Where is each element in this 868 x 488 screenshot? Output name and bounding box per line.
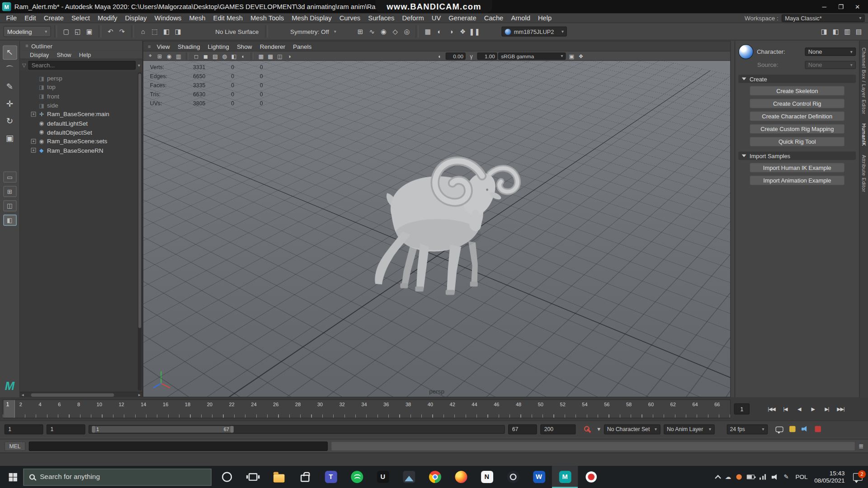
menu-item[interactable]: Modify	[94, 14, 121, 22]
go-to-start-button[interactable]: |◀◀	[765, 403, 778, 415]
volume-icon[interactable]	[772, 474, 779, 480]
language-indicator[interactable]: POL	[794, 474, 809, 480]
pen-icon[interactable]: ✎	[784, 474, 789, 481]
expand-toggle-icon[interactable]: +	[31, 139, 36, 144]
outliner-item[interactable]: + ◨ persp	[20, 74, 142, 83]
scroll-right-icon[interactable]: ▸	[137, 392, 142, 397]
pause-icon[interactable]: ❚❚	[468, 26, 480, 38]
timeline-ruler[interactable]: 2468101214161820222426283032343638404244…	[2, 399, 731, 418]
menu-item[interactable]: UV	[428, 14, 445, 22]
xray-icon[interactable]: ▩	[266, 52, 275, 60]
rotate-tool-icon[interactable]: ↻	[3, 114, 17, 128]
humanik-create-button[interactable]: Create Character Definition	[750, 111, 845, 121]
undo-icon[interactable]: ↶	[104, 26, 116, 38]
task-view-icon[interactable]	[240, 466, 266, 488]
open-scene-icon[interactable]: ◱	[72, 26, 84, 38]
play-forward-button[interactable]: ▶	[807, 403, 819, 415]
create-section-header[interactable]: Create	[738, 75, 856, 83]
unity-icon[interactable]: U	[370, 466, 396, 488]
animation-start-field[interactable]: 1	[5, 424, 43, 434]
playback-help-bubble-icon[interactable]	[775, 426, 783, 432]
teams-icon[interactable]: T	[318, 466, 344, 488]
step-forward-frame-button[interactable]: ▶|	[821, 403, 833, 415]
playback-end-field[interactable]: 67	[508, 424, 537, 434]
tab-attribute-editor[interactable]: Attribute Editor	[861, 155, 867, 192]
menu-item[interactable]: Edit Mesh	[209, 14, 246, 22]
outliner-item[interactable]: + ◉ Ram_BaseScene:sets	[20, 137, 142, 146]
select-by-hierarchy-icon[interactable]: ⌂	[137, 26, 149, 38]
search-input[interactable]	[40, 473, 184, 481]
microsoft-store-icon[interactable]	[292, 466, 318, 488]
wireframe-mode-icon[interactable]: ◻	[192, 52, 201, 60]
outliner-vertical-scrollbar[interactable]	[138, 72, 142, 390]
exposure-field[interactable]: 0.00	[446, 52, 466, 60]
notion-icon[interactable]: N	[474, 466, 500, 488]
viewport-menu-item[interactable]: Shading	[174, 43, 204, 50]
character-dropdown[interactable]: None▾	[805, 47, 856, 56]
channel-box-toggle-icon[interactable]: ◨	[818, 26, 830, 38]
anti-alias-icon[interactable]: ❖	[576, 52, 586, 60]
auto-key-icon[interactable]	[584, 425, 591, 433]
live-surface-label[interactable]: No Live Surface	[212, 28, 262, 35]
new-scene-icon[interactable]: ▢	[60, 26, 72, 38]
menu-item[interactable]: Mesh Display	[288, 14, 335, 22]
viewport-canvas[interactable]: Verts: 3331 0 0 Edges: 6650 0 0 Faces: 3…	[143, 61, 730, 397]
tool-settings-toggle-icon[interactable]: ▥	[841, 26, 853, 38]
menu-item[interactable]: Curves	[335, 14, 364, 22]
tab-humanik[interactable]: HumanIK	[861, 123, 867, 146]
film-gate-icon[interactable]: ▥	[174, 52, 183, 60]
menu-item[interactable]: Windows	[151, 14, 185, 22]
occlusion-icon[interactable]: ◐	[239, 52, 248, 60]
outliner-item[interactable]: + ◨ side	[20, 101, 142, 110]
outliner-horizontal-scrollbar[interactable]: ◂ ▸	[20, 392, 142, 397]
menu-set-dropdown[interactable]: Modeling▾	[3, 26, 51, 37]
viewport-menu-item[interactable]: Panels	[289, 43, 315, 50]
save-scene-icon[interactable]: ▣	[84, 26, 95, 38]
isolate-select-icon[interactable]: ▦	[256, 52, 266, 60]
highlight-selection-icon[interactable]: ◨	[172, 26, 184, 38]
file-explorer-icon[interactable]	[266, 466, 292, 488]
scrollbar-thumb[interactable]	[31, 393, 114, 396]
mel-input[interactable]	[29, 441, 328, 451]
select-by-component-icon[interactable]: ◧	[160, 26, 172, 38]
tab-channel-box-layer-editor[interactable]: Channel Box / Layer Editor	[861, 47, 867, 114]
filter-icon[interactable]: ▽	[22, 62, 26, 68]
menu-item[interactable]: Generate	[445, 14, 480, 22]
menu-item[interactable]: Surfaces	[364, 14, 398, 22]
render-current-frame-icon[interactable]: ◐	[434, 26, 445, 38]
outliner-toggle-icon[interactable]: ▤	[853, 26, 865, 38]
hidden-icons-chevron[interactable]	[715, 474, 721, 481]
current-frame-marker[interactable]: 1	[4, 400, 15, 418]
humanik-create-button[interactable]: Create Control Rig	[750, 99, 845, 108]
render-settings-icon[interactable]: ❖	[457, 26, 469, 38]
play-backwards-button[interactable]: ◀	[793, 403, 805, 415]
chevron-down-icon[interactable]: ▾	[138, 63, 140, 68]
snap-to-point-icon[interactable]: ◉	[378, 26, 390, 38]
menu-item[interactable]: Display	[121, 14, 151, 22]
menu-item[interactable]: File	[2, 14, 21, 22]
import-samples-section-header[interactable]: Import Samples	[738, 152, 856, 160]
spotify-icon[interactable]	[344, 466, 370, 488]
grid-toggle-icon[interactable]: ⊞	[155, 52, 165, 60]
fps-dropdown[interactable]: 24 fps▾	[726, 424, 768, 434]
four-pane-layout-icon[interactable]: ⊞	[3, 186, 16, 197]
menu-item[interactable]: Arnold	[507, 14, 534, 22]
camera-gate-icon[interactable]: ◉	[165, 52, 174, 60]
network-icon[interactable]	[760, 474, 767, 479]
panel-menu-icon[interactable]: ≡	[25, 43, 28, 48]
current-frame-field[interactable]: 1	[734, 404, 750, 414]
outliner-item[interactable]: + ◨ front	[20, 92, 142, 101]
gamma-field[interactable]: 1.00	[477, 52, 497, 60]
outliner-persp-layout-icon[interactable]: ◧	[3, 215, 16, 225]
humanik-create-button[interactable]: Create Skeleton	[750, 86, 845, 96]
bandicam-record-icon[interactable]	[578, 466, 604, 488]
clock[interactable]: 15:43 08/05/2021	[814, 470, 844, 484]
snap-to-grid-icon[interactable]: ⊞	[354, 26, 366, 38]
gamma-icon[interactable]: γ	[467, 52, 476, 60]
outliner-menu-item[interactable]: Show	[53, 51, 75, 58]
battery-icon[interactable]	[746, 475, 754, 479]
chrome-icon[interactable]	[422, 466, 448, 488]
symmetry-label[interactable]: Symmetry: Off	[287, 28, 333, 35]
outliner-item[interactable]: + ◉ defaultLightSet	[20, 119, 142, 128]
render-view-icon[interactable]: ▦	[422, 26, 434, 38]
